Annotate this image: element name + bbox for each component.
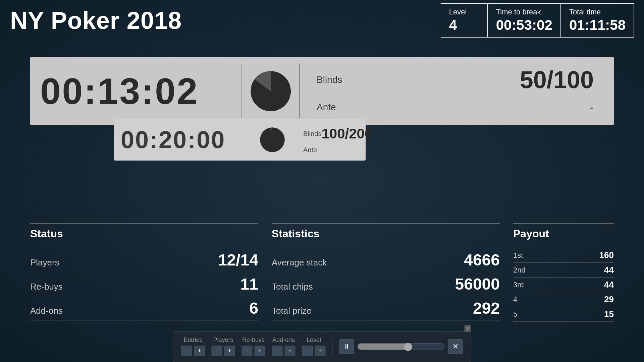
level-plus-button[interactable]: + (315, 346, 326, 356)
entries-minus-button[interactable]: − (181, 346, 192, 356)
payout-row-2: 2nd 44 (513, 263, 614, 278)
payout-pos-1: 1st (513, 251, 523, 260)
players-ctrl-label: Players (213, 337, 233, 344)
total-time-value: 01:11:58 (569, 17, 626, 33)
level-minus-button[interactable]: − (302, 346, 313, 356)
next-timer: 00:20:00 (121, 126, 248, 154)
current-pie-chart (249, 69, 292, 113)
status-header: Status (30, 224, 258, 245)
close-button[interactable]: ✕ (448, 339, 463, 354)
next-blinds-value: 100/200 (321, 126, 372, 142)
payout-amt-2: 44 (604, 265, 614, 275)
next-ante-row: Ante - (303, 144, 372, 156)
ctrl-separator (332, 338, 333, 355)
players-row: Players 12/14 (30, 248, 258, 272)
break-time-label: Time to break (496, 8, 552, 16)
level-control: Level − + (302, 337, 326, 356)
avg-stack-label: Average stack (272, 257, 327, 268)
rebuys-label: Re-buys (30, 282, 63, 292)
next-pie-chart (259, 126, 286, 153)
next-ante-label: Ante (303, 146, 317, 154)
payout-pos-3: 3rd (513, 281, 524, 289)
statistics-header: Statistics (272, 224, 500, 245)
rebuys-minus-button[interactable]: − (242, 346, 253, 356)
addons-value: 6 (249, 299, 258, 317)
ante-row: Ante - (317, 96, 594, 118)
entries-buttons: − + (181, 346, 205, 356)
current-timer: 00:13:02 (40, 70, 235, 112)
total-prize-label: Total prize (272, 306, 312, 316)
total-chips-value: 56000 (455, 275, 500, 293)
players-buttons: − + (212, 346, 235, 356)
rebuys-control: Re-buys − + (242, 337, 265, 356)
payout-panel: Payout 1st 160 2nd 44 3rd 44 4 29 5 15 (513, 224, 614, 322)
break-time-value: 00:53:02 (496, 17, 552, 33)
ante-value: - (590, 100, 594, 114)
v-badge: v (465, 325, 471, 332)
addons-control: Add-ons − + (272, 337, 296, 356)
break-time-box: Time to break 00:53:02 (488, 3, 561, 38)
top-info-bar: Level 4 Time to break 00:53:02 Total tim… (441, 3, 634, 38)
payout-amt-3: 44 (604, 280, 614, 290)
entries-label: Entries (183, 337, 202, 344)
control-bar: v Entries − + Players − + Re-buys − + Ad… (173, 331, 471, 362)
next-blinds-label: Blinds (303, 130, 321, 138)
total-time-box: Total time 01:11:58 (561, 3, 634, 38)
avg-stack-row: Average stack 4666 (272, 248, 500, 272)
progress-handle[interactable] (404, 343, 412, 351)
payout-row-1: 1st 160 (513, 248, 614, 263)
ante-label: Ante (317, 102, 336, 113)
rebuys-row: Re-buys 11 (30, 272, 258, 296)
next-blinds-section: Blinds 100/200 Ante - (297, 124, 379, 156)
players-plus-button[interactable]: + (224, 346, 235, 356)
level-buttons: − + (302, 346, 326, 356)
blinds-value: 50/100 (520, 68, 594, 92)
entries-control: Entries − + (181, 337, 205, 356)
current-blinds-section: Blinds 50/100 Ante - (307, 64, 604, 118)
blinds-label: Blinds (317, 74, 342, 85)
divider-1 (241, 64, 242, 118)
total-chips-label: Total chips (272, 282, 313, 292)
players-label: Players (30, 257, 59, 268)
app-title: NY Poker 2018 (10, 7, 182, 34)
stats-section: Status Players 12/14 Re-buys 11 Add-ons … (30, 224, 614, 322)
pause-button[interactable]: ⏸ (339, 339, 354, 354)
payout-row-5: 5 15 (513, 307, 614, 322)
divider-2 (299, 64, 300, 118)
total-chips-row: Total chips 56000 (272, 272, 500, 296)
next-ante-value: - (370, 146, 373, 154)
level-label: Level (449, 8, 479, 16)
rebuys-buttons: − + (242, 346, 265, 356)
addons-label: Add-ons (30, 306, 63, 316)
total-time-label: Total time (569, 8, 626, 16)
progress-area: ⏸ ✕ (339, 339, 463, 354)
addons-minus-button[interactable]: − (272, 346, 283, 356)
avg-stack-value: 4666 (464, 251, 500, 269)
total-prize-row: Total prize 292 (272, 296, 500, 320)
players-minus-button[interactable]: − (212, 346, 222, 356)
rebuys-plus-button[interactable]: + (255, 346, 265, 356)
payout-amt-1: 160 (599, 250, 614, 260)
players-control: Players − + (212, 337, 235, 356)
addons-buttons: − + (272, 346, 296, 356)
level-box: Level 4 (441, 3, 488, 38)
progress-bar[interactable] (358, 343, 445, 350)
entries-plus-button[interactable]: + (194, 346, 205, 356)
current-level-card: 00:13:02 Blinds 50/100 Ante - (30, 57, 614, 125)
payout-pos-5: 5 (513, 310, 517, 319)
addons-plus-button[interactable]: + (285, 346, 296, 356)
addons-ctrl-label: Add-ons (272, 337, 295, 344)
next-blinds-row: Blinds 100/200 (303, 124, 372, 144)
payout-amt-5: 15 (604, 309, 614, 319)
progress-bar-fill (358, 344, 408, 350)
players-value: 12/14 (218, 251, 258, 269)
next-level-card: 00:20:00 Blinds 100/200 Ante - (114, 119, 366, 161)
total-prize-value: 292 (473, 299, 500, 317)
payout-pos-2: 2nd (513, 266, 526, 275)
blinds-row: Blinds 50/100 (317, 64, 594, 96)
level-value: 4 (449, 17, 479, 33)
level-ctrl-label: Level (307, 337, 321, 344)
rebuys-ctrl-label: Re-buys (242, 337, 265, 344)
payout-row-3: 3rd 44 (513, 278, 614, 292)
addons-row: Add-ons 6 (30, 296, 258, 320)
